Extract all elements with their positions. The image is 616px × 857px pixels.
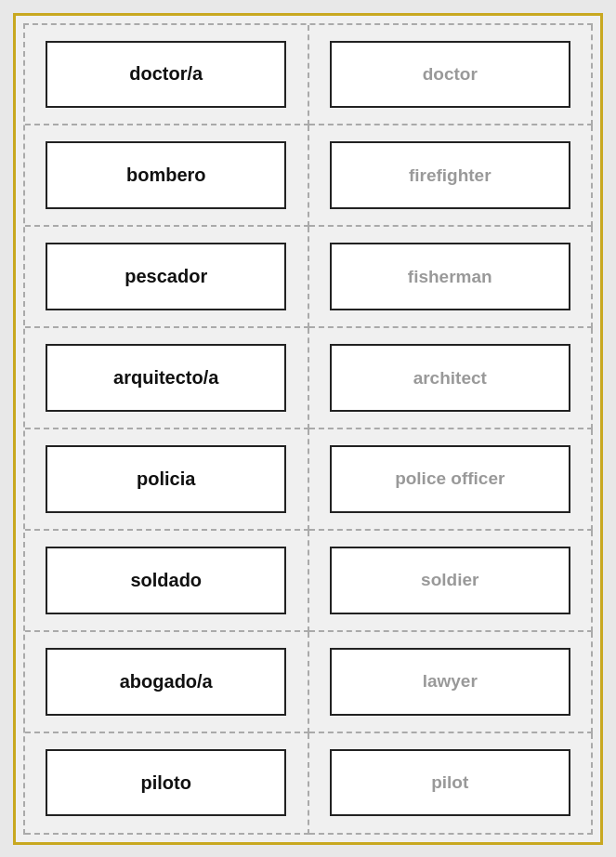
english-cell-3: architect [309,328,594,429]
english-cell-5: soldier [309,531,594,632]
spanish-word-3: arquitecto/a [113,367,218,389]
spanish-word-7: piloto [141,772,191,794]
english-card-7: pilot [330,749,570,817]
spanish-cell-2: pescador [25,227,309,328]
spanish-cell-4: policia [25,429,309,531]
english-cell-0: doctor [309,25,594,126]
english-cell-4: police officer [309,429,594,531]
spanish-word-5: soldado [130,570,202,591]
spanish-cell-0: doctor/a [25,25,309,126]
english-word-5: soldier [421,570,478,590]
english-card-2: fisherman [330,243,570,310]
english-word-6: lawyer [423,671,478,692]
flashcard-container: doctor/adoctorbomberofirefighterpescador… [13,13,603,845]
english-cell-2: fisherman [309,227,594,328]
english-cell-1: firefighter [309,125,594,227]
spanish-card-7: piloto [46,749,286,817]
english-card-4: police officer [330,445,570,513]
english-word-3: architect [413,368,487,389]
english-card-1: firefighter [330,141,570,209]
spanish-word-1: bombero [126,165,206,186]
english-word-0: doctor [423,64,478,85]
english-word-1: firefighter [409,165,491,186]
spanish-card-0: doctor/a [46,41,286,109]
flashcard-grid: doctor/adoctorbomberofirefighterpescador… [23,23,593,835]
spanish-cell-6: abogado/a [25,632,309,733]
english-card-0: doctor [330,41,570,109]
spanish-cell-5: soldado [25,531,309,632]
spanish-cell-1: bombero [25,125,309,227]
english-word-7: pilot [431,772,468,793]
spanish-card-6: abogado/a [46,648,286,716]
spanish-card-2: pescador [46,243,286,310]
spanish-cell-7: piloto [25,733,309,835]
english-cell-6: lawyer [309,632,594,733]
spanish-card-4: policia [46,445,286,513]
spanish-card-1: bombero [46,141,286,209]
spanish-word-4: policia [137,468,195,490]
spanish-card-3: arquitecto/a [46,344,286,412]
english-card-3: architect [330,344,570,412]
english-cell-7: pilot [309,733,594,835]
english-card-5: soldier [330,547,570,614]
spanish-cell-3: arquitecto/a [25,328,309,429]
spanish-word-0: doctor/a [129,63,203,85]
english-card-6: lawyer [330,648,570,716]
spanish-word-6: abogado/a [120,671,213,692]
spanish-word-2: pescador [125,266,207,287]
english-word-4: police officer [395,468,505,489]
english-word-2: fisherman [408,267,492,287]
spanish-card-5: soldado [46,547,286,614]
